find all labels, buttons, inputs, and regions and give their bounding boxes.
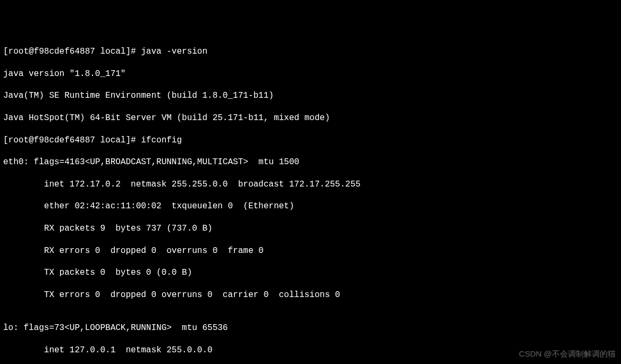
terminal-output-line: eth0: flags=4163<UP,BROADCAST,RUNNING,MU… xyxy=(3,157,618,168)
terminal-output-line: TX errors 0 dropped 0 overruns 0 carrier… xyxy=(3,290,618,301)
terminal-output-line: [root@f98cdef64887 local]# java -version xyxy=(3,46,618,57)
watermark-text: CSDN @不会调制解调的猫 xyxy=(519,349,616,359)
terminal-output-line: RX errors 0 dropped 0 overruns 0 frame 0 xyxy=(3,246,618,257)
terminal-output-line: RX packets 9 bytes 737 (737.0 B) xyxy=(3,223,618,234)
terminal-output-line: lo: flags=73<UP,LOOPBACK,RUNNING> mtu 65… xyxy=(3,323,618,334)
terminal-output-line: Java(TM) SE Runtime Environment (build 1… xyxy=(3,90,618,101)
terminal-output-line: java version "1.8.0_171" xyxy=(3,69,618,80)
terminal-output-line: inet 172.17.0.2 netmask 255.255.0.0 broa… xyxy=(3,179,618,190)
terminal-output-line: TX packets 0 bytes 0 (0.0 B) xyxy=(3,267,618,278)
terminal-output-line: [root@f98cdef64887 local]# ifconfig xyxy=(3,135,618,146)
terminal-output-line: Java HotSpot(TM) 64-Bit Server VM (build… xyxy=(3,113,618,124)
terminal-output-line: ether 02:42:ac:11:00:02 txqueuelen 0 (Et… xyxy=(3,201,618,212)
